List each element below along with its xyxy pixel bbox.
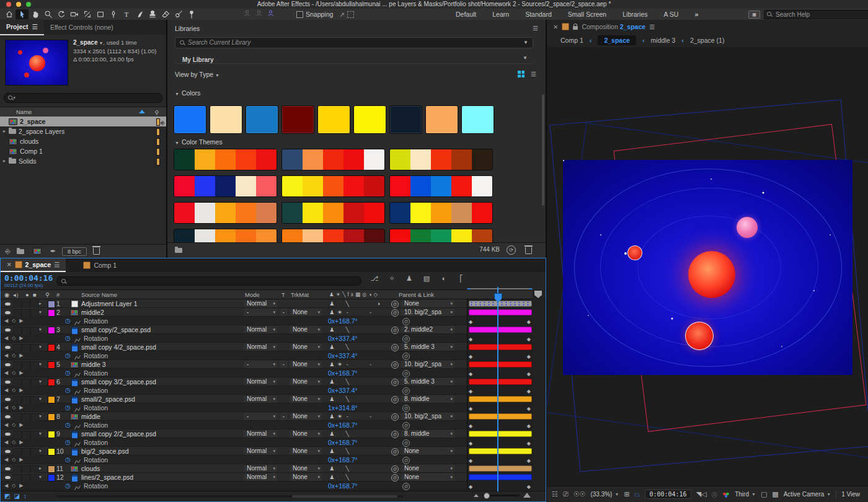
- layer-name[interactable]: small/2_space.psd: [81, 395, 135, 403]
- rotation-value[interactable]: 0x+168.7°: [328, 482, 358, 490]
- workspace-default[interactable]: Default: [456, 11, 476, 18]
- rotation-property-row-2[interactable]: ◀◇▶ ◷ Rotation 0x+168.7° @ ◆ ◆: [1, 317, 544, 325]
- keyframe-cell[interactable]: ◆ ◆: [467, 317, 533, 325]
- workspace-standard[interactable]: Standard: [525, 11, 552, 18]
- stopwatch-icon[interactable]: ◷: [65, 334, 71, 343]
- layer-row-9[interactable]: ▾ 9 small copy 2/2_space.psd Normal▾ Non…: [1, 429, 544, 438]
- tool-option-3-icon[interactable]: [267, 9, 275, 20]
- stopwatch-icon[interactable]: ◷: [65, 482, 71, 490]
- motion-blur-icon[interactable]: ◐: [440, 275, 448, 283]
- layer-name[interactable]: clouds: [81, 464, 100, 473]
- eye-icon[interactable]: [5, 363, 11, 367]
- mask-visibility-icon[interactable]: ⏢: [635, 490, 640, 498]
- layer-duration-bar[interactable]: [469, 413, 532, 420]
- color-swatch-7[interactable]: [389, 105, 422, 134]
- snap-arrow-icon[interactable]: ↗: [339, 11, 345, 18]
- parent-pickwhip-icon[interactable]: @: [391, 413, 399, 421]
- trkmat-dropdown[interactable]: None▾: [290, 326, 322, 333]
- region-of-interest-icon[interactable]: ▢: [761, 490, 767, 498]
- rotation-value[interactable]: 0x+168.7°: [328, 456, 358, 464]
- layer-duration-cell[interactable]: [467, 360, 533, 369]
- expand-arrow-icon[interactable]: ▾: [39, 360, 42, 369]
- property-name[interactable]: Rotation: [84, 403, 108, 412]
- stopwatch-icon[interactable]: ◷: [65, 317, 71, 325]
- breadcrumb-2-space[interactable]: 2_space: [598, 35, 636, 45]
- label-color-chip[interactable]: [156, 118, 160, 126]
- layer-name[interactable]: small copy 3/2_space.psd: [81, 377, 156, 386]
- blend-mode-dropdown[interactable]: -▾: [244, 413, 277, 420]
- expand-arrow-icon[interactable]: ▾: [39, 412, 42, 421]
- rotation-value[interactable]: 0x+337.4°: [328, 351, 358, 360]
- timeline-search-input[interactable]: [56, 276, 361, 286]
- viewer-tab[interactable]: ✕ Composition 2_space ☰: [547, 20, 868, 33]
- color-swatch-2[interactable]: [210, 105, 242, 134]
- layer-row-11[interactable]: ▸ 11 clouds Normal▾ None▾ ♟╲ @ None▾: [1, 464, 544, 473]
- video-column-icon[interactable]: ◉: [4, 291, 9, 299]
- hide-shy-layers-icon[interactable]: ♟: [405, 275, 414, 283]
- rotation-value[interactable]: 1x+314.8°: [328, 403, 358, 412]
- stopwatch-icon[interactable]: ◷: [65, 421, 71, 429]
- expand-arrow-icon[interactable]: ▸: [39, 464, 42, 473]
- stopwatch-icon[interactable]: ◷: [65, 351, 71, 360]
- primary-viewer-icon[interactable]: ⎚: [563, 490, 569, 498]
- trkmat-dropdown[interactable]: None▾: [290, 413, 322, 420]
- stopwatch-icon[interactable]: ◷: [65, 386, 71, 395]
- stopwatch-icon[interactable]: ◷: [65, 403, 71, 412]
- active-camera-dropdown[interactable]: Active Camera▼: [784, 491, 831, 498]
- zoom-in-icon[interactable]: [523, 493, 531, 498]
- layer-label-chip[interactable]: [48, 361, 55, 369]
- parent-link-dropdown[interactable]: 8. middle▾: [401, 430, 454, 438]
- rotation-property-row-10[interactable]: ◀◇▶ ◷ Rotation 0x+168.7° @ ◆ ◆: [1, 456, 544, 464]
- zoom-slider-knob[interactable]: [484, 493, 490, 499]
- help-search-input[interactable]: Search Help: [764, 10, 868, 19]
- layer-duration-bar[interactable]: [469, 431, 532, 437]
- keyframe-navigator[interactable]: ◀◇▶: [4, 456, 27, 464]
- property-name[interactable]: Rotation: [84, 317, 108, 325]
- property-name[interactable]: Rotation: [84, 351, 108, 360]
- mode-header[interactable]: Mode: [245, 291, 260, 299]
- expand-arrow-icon[interactable]: ▾: [39, 473, 42, 482]
- layer-duration-cell[interactable]: [467, 395, 533, 403]
- blend-mode-dropdown[interactable]: Normal▾: [244, 300, 277, 307]
- parent-link-dropdown[interactable]: 10. big/2_spa▾: [401, 361, 454, 368]
- layer-duration-cell[interactable]: [467, 308, 533, 317]
- property-name[interactable]: Rotation: [84, 482, 108, 490]
- property-pickwhip-icon[interactable]: @: [402, 318, 410, 325]
- layer-name[interactable]: middle: [81, 412, 100, 421]
- graph-editor-icon[interactable]: ⎡: [457, 275, 466, 283]
- label-column-icon[interactable]: ⚲: [45, 291, 50, 299]
- eye-icon[interactable]: [5, 467, 11, 471]
- blend-mode-dropdown[interactable]: Normal▾: [244, 326, 277, 333]
- project-flowchart-icon[interactable]: ⎆: [5, 247, 11, 255]
- parent-link-dropdown[interactable]: 5. middle 3▾: [401, 378, 454, 385]
- parent-pickwhip-icon[interactable]: @: [391, 327, 399, 334]
- timeline-horizontal-scrollbar[interactable]: [56, 495, 404, 498]
- layer-row-12[interactable]: ▾ 12 lines/2_space.psd Normal▾ None▾ ♟╲ …: [1, 473, 544, 482]
- workspace-small-screen[interactable]: Small Screen: [568, 11, 606, 18]
- stopwatch-icon[interactable]: ◷: [65, 456, 71, 464]
- zoom-out-icon[interactable]: [474, 494, 479, 497]
- blend-mode-dropdown[interactable]: -▾: [244, 361, 277, 368]
- property-pickwhip-icon[interactable]: @: [402, 457, 410, 464]
- layer-switches[interactable]: ♟╲◑: [328, 299, 390, 308]
- layer-switches[interactable]: ♟╲: [328, 464, 390, 473]
- layer-duration-bar[interactable]: [469, 361, 532, 368]
- project-item-comp-1[interactable]: Comp 1: [0, 146, 166, 156]
- parent-pickwhip-icon[interactable]: @: [391, 396, 399, 403]
- project-item-clouds[interactable]: clouds: [0, 136, 166, 146]
- expand-arrow-icon[interactable]: ▾: [39, 447, 42, 456]
- keyframe-navigator[interactable]: ◀◇▶: [4, 482, 27, 490]
- color-theme-3[interactable]: [389, 149, 493, 170]
- keyframe-cell[interactable]: ◆ ◆: [467, 403, 533, 412]
- delete-icon[interactable]: [93, 248, 100, 255]
- layer-label-chip[interactable]: [48, 309, 55, 317]
- layer-label-chip[interactable]: [48, 344, 55, 351]
- creative-cloud-sync-icon[interactable]: ⟳: [507, 245, 516, 255]
- layer-duration-bar[interactable]: [469, 344, 532, 350]
- blend-mode-dropdown[interactable]: Normal▾: [244, 465, 277, 472]
- property-pickwhip-icon[interactable]: @: [402, 353, 410, 360]
- layer-name[interactable]: small copy/2_space.psd: [81, 325, 151, 334]
- color-swatch-6[interactable]: [353, 105, 386, 134]
- project-item-solids[interactable]: ▸Solids: [0, 156, 166, 166]
- keyframe-icon[interactable]: ◆: [469, 483, 472, 491]
